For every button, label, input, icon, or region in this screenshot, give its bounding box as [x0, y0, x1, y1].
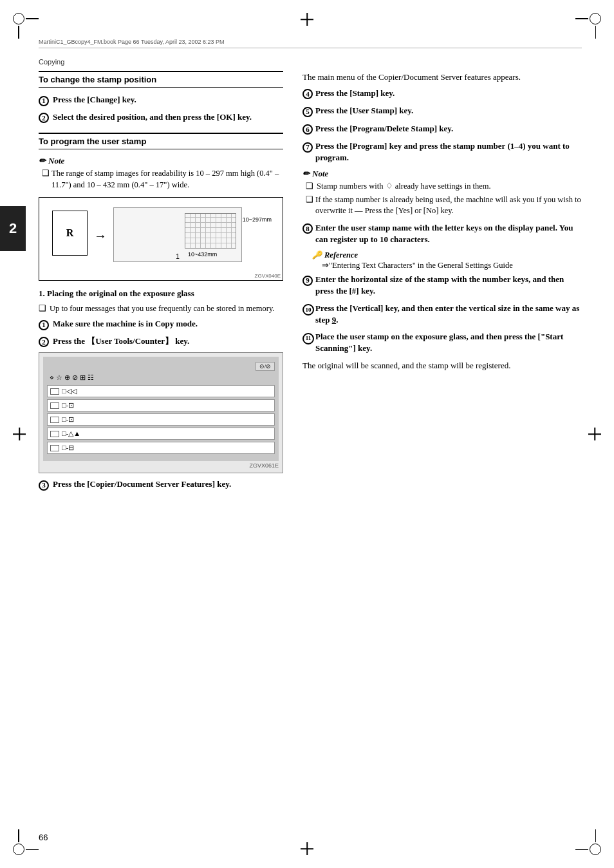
right-step-10: 10 Press the [Vertical] key, and then en…: [302, 303, 582, 326]
right-step-6: 6 Press the [Program/Delete Stamp] key.: [302, 123, 582, 136]
note-item-2-2: ❑ If the stamp number is already being u…: [306, 194, 582, 217]
right-step-text-6: Press the [Program/Delete Stamp] key.: [315, 123, 453, 135]
step-text-2-1: Make sure the machine is in Copy mode.: [53, 318, 198, 330]
screen-menu-item-2: □-⊡: [47, 399, 275, 411]
diagram-grid: 10~297mm 10~432mm 1: [113, 207, 242, 262]
right-step-text-5: Press the [User Stamp] key.: [315, 105, 413, 117]
step-2-3: 3 Press the [Copier/Document Server Feat…: [39, 478, 283, 491]
note-block-1: ✏ Note ❑ The range of stamp images for r…: [39, 156, 283, 191]
right-step-5: 5 Press the [User Stamp] key.: [302, 105, 582, 118]
dim-label-h: 10~432mm: [188, 251, 217, 258]
right-step-11: 11 Place the user stamp on the exposure …: [302, 331, 582, 354]
step-text-1-1: Press the [Change] key.: [53, 94, 136, 106]
right-step-num-10: 10: [302, 303, 315, 316]
intro-text: The main menu of the Copier/Document Ser…: [302, 71, 582, 84]
diagram-id: ZGVX040E: [255, 273, 281, 279]
key-icon: 🔑: [312, 250, 322, 260]
right-step-num-5: 5: [302, 105, 315, 118]
note-item-2-1: ❑ Stamp numbers with ♢ already have sett…: [306, 181, 582, 193]
stamp-diagram: R → 10~297mm 10~432mm 1 ZGVX040E: [39, 197, 283, 281]
right-column: The main menu of the Copier/Document Ser…: [302, 71, 582, 496]
right-step-text-7: Press the [Program] key and press the st…: [315, 140, 582, 164]
right-step-num-11: 11: [302, 331, 315, 344]
right-step-num-8: 8: [302, 222, 315, 235]
sub-heading-placing: 1. Placing the original on the exposure …: [39, 287, 283, 300]
right-step-num-9: 9: [302, 274, 315, 287]
dim-label-v: 10~297mm: [243, 216, 272, 223]
pencil-icon: ✏: [39, 156, 46, 166]
screen-image: ⊙/⊘ ⋄ ☆ ⊕ ⊘ ⊞ ☷ □◁◁: [39, 352, 283, 473]
section-heading-2: To program the user stamp: [39, 133, 283, 149]
pencil-icon-2: ✏: [302, 169, 310, 179]
screen-menu-item-4: □-△▲: [47, 428, 275, 440]
right-step-text-9: Enter the horizontal size of the stamp w…: [315, 274, 582, 297]
reg-mark-left-center: [13, 428, 26, 440]
note-title-1: ✏ Note: [39, 156, 283, 166]
screen-inner: ⊙/⊘ ⋄ ☆ ⊕ ⊘ ⊞ ☷ □◁◁: [43, 357, 279, 461]
diagram-arrow: →: [94, 229, 107, 243]
reg-mark-bottom-center: [301, 842, 313, 855]
grid-lines: 10~297mm 10~432mm: [185, 213, 236, 249]
right-step-4: 4 Press the [Stamp] key.: [302, 88, 582, 100]
right-step-8: 8 Enter the user stamp name with the let…: [302, 222, 582, 245]
step-1-2: 2 Select the desired position, and then …: [39, 111, 283, 124]
reference-text: ⇒"Entering Text Characters" in the Gener…: [322, 260, 582, 270]
right-step-text-11: Place the user stamp on the exposure gla…: [315, 331, 582, 354]
right-step-text-8: Enter the user stamp name with the lette…: [315, 222, 582, 245]
two-column-layout: To change the stamp position 1 Press the…: [39, 71, 582, 496]
closing-text: The original will be scanned, and the st…: [302, 359, 582, 372]
chapter-tab: 2: [0, 206, 26, 251]
right-step-text-10: Press the [Vertical] key, and then enter…: [315, 303, 582, 326]
reference-block: 🔑 Reference ⇒"Entering Text Characters" …: [312, 250, 582, 270]
step-text-2-3: Press the [Copier/Document Server Featur…: [53, 478, 231, 490]
corner-mark-tr: [582, 13, 601, 32]
step-num-2-3: 3: [39, 478, 51, 491]
placing-note: ❑ Up to four messages that you use frequ…: [39, 303, 283, 315]
right-step-num-6: 6: [302, 123, 315, 136]
screen-menu-item-3: □-⊡: [47, 413, 275, 426]
page-wrapper: 2 MartiniC1_GBcopy4_FM.book Page 66 Tues…: [0, 0, 614, 868]
screen-menu-item-1: □◁◁: [47, 385, 275, 397]
note-block-2: ✏ Note ❑ Stamp numbers with ♢ already ha…: [302, 169, 582, 217]
screen-icons-row: ⋄ ☆ ⊕ ⊘ ⊞ ☷: [47, 373, 275, 382]
corner-mark-tl: [13, 13, 32, 32]
right-step-9: 9 Enter the horizontal size of the stamp…: [302, 274, 582, 297]
screen-label: ZGVX061E: [43, 462, 279, 469]
page-number: 66: [39, 833, 48, 842]
step-num-2-1: 1: [39, 318, 51, 330]
section-label: Copying: [39, 58, 582, 66]
file-header: MartiniC1_GBcopy4_FM.book Page 66 Tuesda…: [39, 39, 582, 48]
note-item-1-1: ❑ The range of stamp images for readabil…: [42, 168, 283, 191]
step-text-2-2: Press the 【User Tools/Counter】 key.: [53, 335, 189, 347]
step-1-1: 1 Press the [Change] key.: [39, 94, 283, 106]
screen-top-btn: ⊙/⊘: [256, 362, 275, 371]
screen-top-row: ⊙/⊘: [47, 362, 275, 371]
corner-mark-bl: [13, 836, 32, 855]
right-step-text-4: Press the [Stamp] key.: [315, 88, 395, 99]
screen-menu-item-5: □-⊟: [47, 442, 275, 454]
step-num-1-1: 1: [39, 94, 51, 106]
step-2-2: 2 Press the 【User Tools/Counter】 key.: [39, 335, 283, 348]
note-title-2: ✏ Note: [302, 169, 582, 179]
right-step-num-7: 7: [302, 140, 315, 153]
step-num-2-2: 2: [39, 335, 51, 348]
reg-mark-right-center: [588, 428, 601, 440]
step-num-1-2: 2: [39, 111, 51, 124]
reference-title: 🔑 Reference: [312, 250, 582, 260]
corner-mark-br: [582, 836, 601, 855]
left-column: To change the stamp position 1 Press the…: [39, 71, 283, 496]
right-step-num-4: 4: [302, 88, 315, 100]
reg-mark-top-center: [301, 13, 313, 26]
step-2-1: 1 Make sure the machine is in Copy mode.: [39, 318, 283, 330]
step-text-1-2: Select the desired position, and then pr…: [53, 111, 252, 123]
diagram-r-box: R: [52, 211, 88, 256]
right-step-7: 7 Press the [Program] key and press the …: [302, 140, 582, 164]
section-heading-1: To change the stamp position: [39, 71, 283, 88]
diagram-num: 1: [176, 253, 180, 260]
